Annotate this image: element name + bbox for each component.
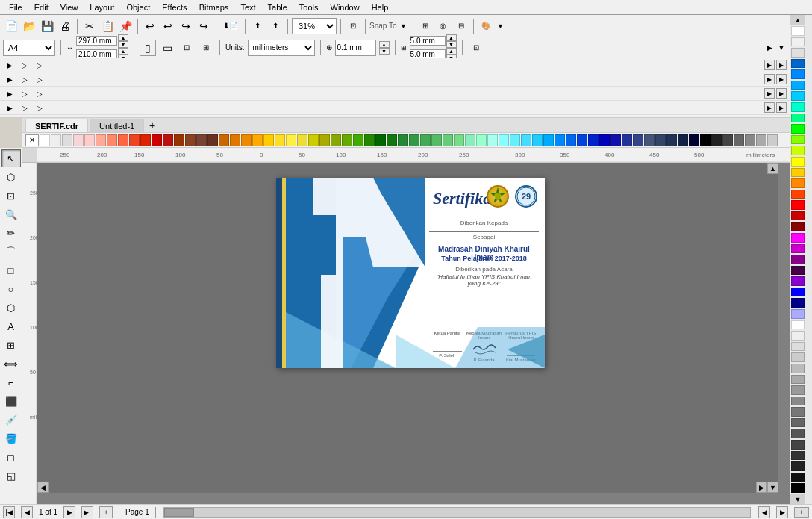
view-btn2[interactable]: ◎ — [435, 18, 452, 34]
nudge-input[interactable] — [335, 40, 376, 56]
color-dropdown[interactable]: ▼ — [496, 18, 506, 34]
right-palette-color[interactable] — [791, 364, 805, 373]
menu-object[interactable]: Object — [120, 1, 156, 13]
color-swatch[interactable] — [398, 134, 408, 146]
scroll-left-btn[interactable]: ◀ — [37, 482, 49, 493]
right-palette-color[interactable] — [791, 135, 805, 145]
connector-tool[interactable]: ⌐ — [1, 373, 21, 391]
width-down[interactable]: ▼ — [118, 41, 128, 48]
right-palette-color[interactable] — [791, 37, 805, 47]
color-swatch[interactable] — [252, 134, 263, 146]
menu-help[interactable]: Help — [366, 1, 395, 13]
color-swatch[interactable] — [40, 134, 50, 146]
rect-tool[interactable]: □ — [1, 261, 21, 279]
new-button[interactable]: 📄 — [3, 18, 19, 34]
nudge-down[interactable]: ▼ — [379, 48, 390, 55]
right-palette-color[interactable] — [791, 26, 805, 36]
snap-dropdown[interactable]: ▼ — [399, 18, 409, 34]
color-swatch[interactable] — [756, 134, 766, 146]
dimension-tool[interactable]: ⟺ — [1, 355, 21, 373]
right-palette-color[interactable] — [791, 429, 805, 438]
color-swatch[interactable] — [499, 134, 509, 146]
right-palette-color[interactable] — [791, 407, 805, 417]
st3-arr2[interactable]: ▷ — [18, 87, 31, 99]
zoom-tool[interactable]: 🔍 — [1, 205, 21, 223]
paintbucket-tool[interactable]: 🪣 — [1, 429, 21, 447]
color-swatch[interactable] — [353, 134, 363, 146]
page-next[interactable]: ▶ — [63, 506, 75, 518]
color-swatch[interactable] — [62, 134, 72, 146]
color-swatch[interactable] — [555, 134, 565, 146]
height-up[interactable]: ▲ — [118, 48, 128, 55]
color-swatch[interactable] — [185, 134, 196, 146]
color-swatch[interactable] — [610, 134, 621, 146]
scroll-down-btn[interactable]: ▼ — [767, 482, 778, 493]
color-swatch[interactable] — [532, 134, 543, 146]
nudge-up[interactable]: ▲ — [379, 41, 390, 48]
color-swatch[interactable] — [666, 134, 677, 146]
color-swatch[interactable] — [207, 134, 218, 146]
export-button[interactable]: ⬆ — [249, 18, 266, 34]
right-palette-color[interactable] — [791, 440, 805, 450]
right-palette-color[interactable] — [791, 352, 805, 362]
scroll-right-btn[interactable]: ▶ — [756, 482, 767, 493]
row2-expand2[interactable]: ▶ — [776, 74, 787, 84]
right-palette-color[interactable] — [791, 102, 805, 112]
menu-effects[interactable]: Effects — [156, 1, 193, 13]
color-swatch[interactable] — [84, 134, 95, 146]
cut-button[interactable]: ✂ — [81, 18, 98, 34]
tab-untitled[interactable]: Untitled-1 — [90, 119, 144, 132]
color-swatch[interactable] — [152, 134, 162, 146]
copy-button[interactable]: 📋 — [99, 18, 116, 34]
color-swatch[interactable] — [51, 134, 61, 146]
right-palette-color[interactable] — [791, 178, 805, 188]
expand-row1[interactable]: ▶ — [764, 40, 775, 56]
smartdraw-tool[interactable]: ⌒ — [1, 243, 21, 261]
right-palette-color[interactable] — [791, 59, 805, 69]
menu-tools[interactable]: Tools — [293, 1, 325, 13]
color-swatch[interactable] — [409, 134, 419, 146]
outline-tool[interactable]: ◻ — [1, 448, 21, 466]
right-palette-color[interactable] — [791, 91, 805, 101]
zoom-select[interactable]: 31% — [292, 18, 337, 34]
menu-view[interactable]: View — [54, 1, 84, 13]
color-swatch[interactable] — [622, 134, 632, 146]
right-palette-color[interactable] — [791, 276, 805, 286]
color-swatch[interactable] — [196, 134, 207, 146]
text-tool[interactable]: A — [1, 317, 21, 335]
undo2-button[interactable]: ↩ — [160, 18, 176, 34]
color-swatch[interactable] — [745, 134, 755, 146]
menu-edit[interactable]: Edit — [28, 1, 54, 13]
row1-expand2[interactable]: ▶ — [776, 60, 787, 70]
st3-arr3[interactable]: ▷ — [33, 87, 46, 99]
color-swatch[interactable] — [588, 134, 599, 146]
right-palette-color[interactable] — [791, 397, 805, 406]
right-palette-color[interactable] — [791, 298, 805, 308]
color-swatch[interactable] — [443, 134, 453, 146]
menu-table[interactable]: Table — [262, 1, 293, 13]
row3-expand2[interactable]: ▶ — [776, 88, 787, 99]
page-width-input[interactable] — [76, 36, 117, 46]
view-btn1[interactable]: ⊞ — [417, 18, 434, 34]
no-color-swatch[interactable]: ✕ — [25, 134, 39, 146]
h-scrollbar[interactable] — [163, 507, 751, 518]
right-palette-color[interactable] — [791, 146, 805, 155]
color-swatch[interactable] — [107, 134, 117, 146]
page-first[interactable]: |◀ — [3, 506, 15, 518]
color-swatch[interactable] — [454, 134, 464, 146]
print-button[interactable]: 🖨 — [57, 18, 73, 34]
right-palette-color[interactable] — [791, 190, 805, 199]
color-swatch[interactable] — [230, 134, 240, 146]
menu-file[interactable]: File — [3, 1, 28, 13]
st-arr1[interactable]: ▶ — [3, 59, 16, 71]
eyedropper-tool[interactable]: 💉 — [1, 411, 21, 429]
canvas-scroll[interactable]: Sertifikat 29 — [37, 163, 778, 493]
tab-add-button[interactable]: + — [146, 119, 159, 132]
right-palette-color[interactable] — [791, 124, 805, 134]
dup-x-up[interactable]: ▲ — [446, 34, 457, 41]
color-swatch[interactable] — [689, 134, 699, 146]
paste-button[interactable]: 📌 — [117, 18, 134, 34]
color-swatch[interactable] — [118, 134, 128, 146]
color-swatch[interactable] — [387, 134, 397, 146]
right-palette-color[interactable] — [791, 255, 805, 264]
